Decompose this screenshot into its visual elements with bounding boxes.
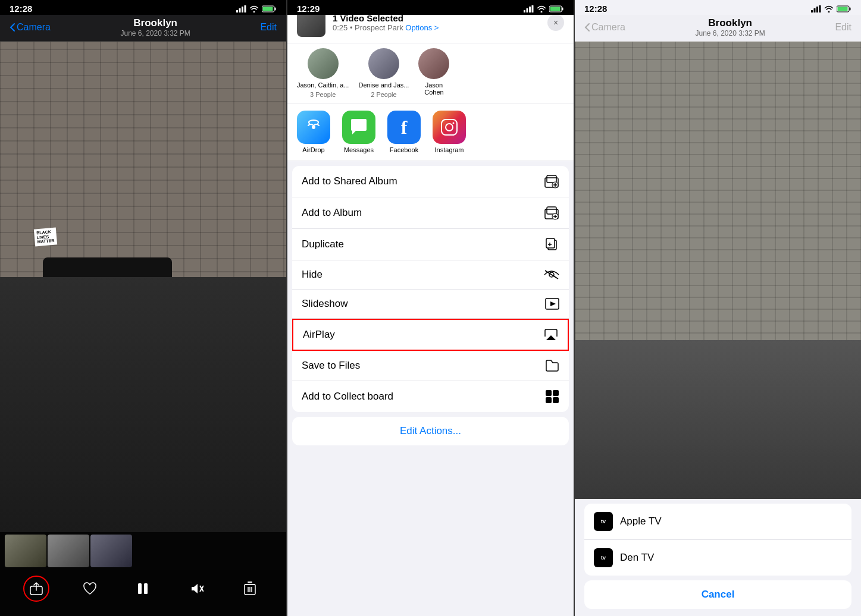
left-phone: 12:28	[0, 0, 287, 616]
svg-rect-2	[242, 7, 243, 12]
svg-rect-38	[546, 238, 555, 248]
thumbnail-2[interactable]	[48, 535, 89, 567]
wifi-icon-mid	[537, 5, 546, 12]
middle-time: 12:29	[297, 4, 320, 14]
app-item-airdrop[interactable]: AirDrop	[292, 111, 335, 153]
heart-icon	[83, 582, 97, 595]
person-avatar-2	[368, 48, 399, 79]
share-icon	[30, 582, 43, 595]
person-avatar-1	[308, 48, 339, 79]
messages-label: Messages	[344, 146, 374, 153]
shared-album-icon	[544, 174, 559, 188]
chevron-left-icon	[10, 23, 15, 32]
battery-icon-right	[837, 5, 851, 12]
slideshow-item[interactable]: Slideshow	[292, 290, 569, 319]
svg-rect-46	[546, 390, 552, 396]
svg-rect-8	[138, 583, 142, 594]
right-time: 12:28	[584, 4, 607, 14]
crowd	[0, 277, 286, 532]
svg-rect-56	[838, 7, 848, 11]
right-title: Brooklyn	[695, 17, 765, 29]
right-edit-button[interactable]: Edit	[835, 22, 851, 33]
left-back-button[interactable]: Camera	[10, 22, 51, 33]
left-edit-button[interactable]: Edit	[260, 22, 277, 33]
thumbnail-strip	[0, 532, 286, 570]
airplay-cancel-button[interactable]: Cancel	[584, 580, 851, 609]
airplay-popup: tv Apple TV tv Den TV Cancel	[575, 499, 861, 616]
svg-rect-6	[263, 7, 273, 11]
svg-rect-53	[819, 5, 821, 12]
svg-marker-45	[546, 335, 556, 340]
right-status-bar: 12:28	[575, 0, 861, 15]
svg-rect-1	[239, 8, 241, 12]
chevron-left-icon-right	[584, 23, 590, 32]
svg-rect-49	[553, 397, 559, 403]
svg-rect-50	[811, 10, 813, 12]
add-to-shared-album-item[interactable]: Add to Shared Album	[292, 166, 569, 197]
app-item-facebook[interactable]: f Facebook	[383, 111, 425, 153]
mute-button[interactable]	[183, 576, 209, 602]
share-button[interactable]	[23, 576, 49, 602]
save-to-files-item[interactable]: Save to Files	[292, 351, 569, 381]
wifi-icon-right	[824, 5, 834, 12]
app-item-instagram[interactable]: Instagram	[428, 111, 471, 153]
left-photo-area: BLACKLIVESMATTER	[0, 42, 286, 532]
airplay-device-appletv[interactable]: tv Apple TV	[584, 504, 851, 540]
person-item-3[interactable]: JasonCohen	[418, 48, 449, 98]
instagram-icon	[433, 111, 466, 144]
left-back-label: Camera	[17, 22, 51, 33]
person-item-1[interactable]: Jason, Caitlin, a... 3 People	[297, 48, 349, 98]
left-photo: BLACKLIVESMATTER	[0, 42, 286, 532]
svg-rect-5	[275, 7, 276, 10]
person-name-3: JasonCohen	[424, 81, 443, 96]
instagram-label: Instagram	[435, 146, 464, 153]
svg-rect-52	[816, 7, 818, 12]
airplay-device-dentv[interactable]: tv Den TV	[584, 540, 851, 576]
blm-sign: BLACKLIVESMATTER	[34, 227, 57, 246]
hide-label: Hide	[302, 269, 323, 281]
svg-rect-3	[245, 5, 246, 12]
appletv-name: Apple TV	[620, 516, 662, 527]
duplicate-label: Duplicate	[302, 238, 344, 250]
add-shared-album-label: Add to Shared Album	[302, 175, 397, 187]
appletv-icon-1: tv	[594, 512, 613, 531]
svg-rect-51	[814, 8, 816, 12]
share-close-button[interactable]: ×	[547, 14, 564, 31]
duplicate-item[interactable]: Duplicate	[292, 229, 569, 260]
pause-button[interactable]	[130, 576, 156, 602]
share-options-button[interactable]: Options >	[405, 23, 439, 32]
duplicate-icon	[545, 237, 559, 252]
svg-rect-47	[553, 390, 559, 396]
left-title-block: Brooklyn June 6, 2020 3:32 PM	[120, 17, 190, 37]
add-to-collect-item[interactable]: Add to Collect board	[292, 381, 569, 412]
svg-rect-55	[850, 7, 851, 10]
airplay-icon	[544, 328, 558, 341]
hide-item[interactable]: Hide	[292, 260, 569, 290]
album-icon	[544, 206, 559, 220]
battery-icon-mid	[549, 5, 564, 12]
person-count-1: 3 People	[310, 91, 336, 98]
left-status-bar: 12:28	[0, 0, 286, 15]
svg-rect-48	[546, 397, 552, 403]
facebook-label: Facebook	[390, 146, 418, 153]
thumbnail-3[interactable]	[90, 535, 132, 567]
airplay-item[interactable]: AirPlay	[292, 319, 569, 351]
person-item-2[interactable]: Denise and Jas... 2 People	[358, 48, 409, 98]
trash-icon	[244, 582, 256, 596]
svg-rect-9	[144, 583, 148, 594]
slideshow-label: Slideshow	[302, 298, 348, 310]
app-item-messages[interactable]: Messages	[337, 111, 380, 153]
thumbnail-1[interactable]	[5, 535, 46, 567]
bottom-toolbar	[0, 570, 286, 616]
airdrop-label: AirDrop	[302, 146, 324, 153]
svg-rect-17	[527, 8, 528, 12]
edit-actions-button[interactable]: Edit Actions...	[292, 417, 569, 445]
svg-rect-24	[442, 120, 457, 135]
add-to-album-item[interactable]: Add to Album	[292, 197, 569, 229]
trash-button[interactable]	[237, 576, 263, 602]
person-name-1: Jason, Caitlin, a...	[297, 81, 349, 89]
share-subtitle: 0:25 • Prospect Park Options >	[333, 23, 540, 32]
svg-rect-33	[547, 207, 556, 214]
right-back-button[interactable]: Camera	[584, 22, 625, 33]
heart-button[interactable]	[77, 576, 103, 602]
